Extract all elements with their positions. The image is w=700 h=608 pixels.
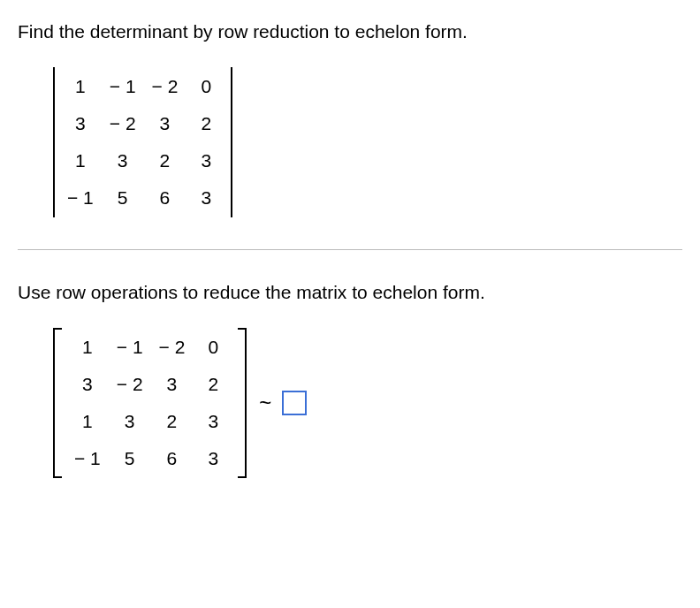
bracket-left [53, 328, 62, 478]
m2-cell: 3 [201, 411, 225, 432]
m1-cell: 2 [152, 150, 179, 171]
m1-cell: 6 [152, 187, 179, 209]
m1-cell: − 2 [152, 76, 179, 97]
m1-cell: 3 [152, 113, 179, 134]
bracket-right [238, 328, 247, 478]
bracket-matrix: 1 − 1 − 2 0 3 − 2 3 2 1 3 2 3 − 1 5 6 3 [53, 328, 247, 478]
m2-cell: 2 [159, 411, 186, 432]
m1-cell: − 1 [67, 187, 94, 209]
m2-cell: 2 [201, 374, 225, 395]
m1-cell: 3 [110, 150, 136, 171]
m2-cell: − 2 [159, 337, 186, 358]
m1-cell: 1 [67, 76, 94, 97]
m2-cell: 6 [159, 448, 186, 469]
m2-cell: − 1 [117, 337, 143, 358]
m2-cell: − 2 [117, 374, 143, 395]
answer-input[interactable] [282, 391, 307, 415]
divider [18, 249, 682, 250]
m1-cell: 3 [194, 150, 218, 171]
det-bar-right [231, 67, 232, 217]
m1-cell: − 1 [110, 76, 136, 97]
matrix-grid-2: 1 − 1 − 2 0 3 − 2 3 2 1 3 2 3 − 1 5 6 3 [62, 328, 238, 478]
m1-cell: 3 [194, 187, 218, 209]
m2-cell: 1 [74, 337, 101, 358]
m2-cell: 0 [201, 337, 225, 358]
matrix-grid-1: 1 − 1 − 2 0 3 − 2 3 2 1 3 2 3 − 1 5 6 3 [55, 67, 231, 217]
echelon-row: 1 − 1 − 2 0 3 − 2 3 2 1 3 2 3 − 1 5 6 3 … [53, 328, 682, 478]
instruction-text: Use row operations to reduce the matrix … [18, 282, 682, 303]
m2-cell: 3 [159, 374, 186, 395]
m2-cell: 5 [117, 448, 143, 469]
tilde-symbol: ~ [259, 391, 271, 415]
m1-cell: 2 [194, 113, 218, 134]
m1-cell: 1 [67, 150, 94, 171]
m2-cell: − 1 [74, 448, 101, 469]
m1-cell: − 2 [110, 113, 136, 134]
m2-cell: 3 [201, 448, 225, 469]
problem-statement: Find the determinant by row reduction to… [18, 21, 682, 42]
m1-cell: 3 [67, 113, 94, 134]
m2-cell: 1 [74, 411, 101, 432]
determinant-matrix: 1 − 1 − 2 0 3 − 2 3 2 1 3 2 3 − 1 5 6 3 [53, 67, 682, 217]
m1-cell: 5 [110, 187, 136, 209]
m1-cell: 0 [194, 76, 218, 97]
m2-cell: 3 [117, 411, 143, 432]
m2-cell: 3 [74, 374, 101, 395]
